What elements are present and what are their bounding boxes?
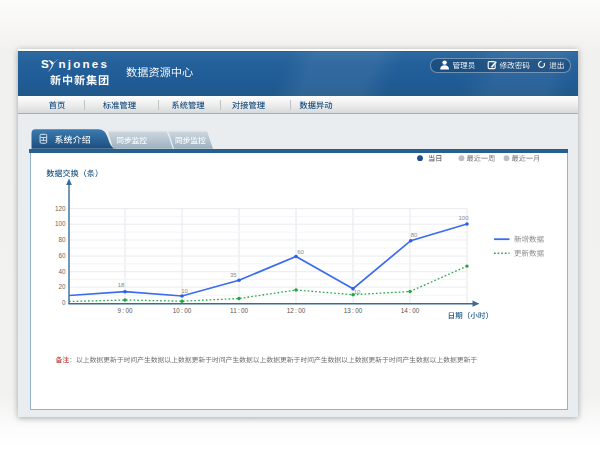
- svg-text:14 : 00: 14 : 00: [401, 307, 420, 314]
- svg-text:40: 40: [58, 268, 66, 275]
- svg-text:9 : 00: 9 : 00: [118, 307, 133, 314]
- svg-text:njones: njones: [59, 57, 110, 70]
- svg-text:13 : 00: 13 : 00: [344, 307, 363, 314]
- svg-text:60: 60: [58, 252, 66, 259]
- svg-text:80: 80: [58, 236, 66, 243]
- svg-text:11 : 00: 11 : 00: [230, 307, 248, 314]
- svg-text:80: 80: [411, 232, 418, 238]
- svg-text:35: 35: [230, 272, 237, 278]
- svg-text:S: S: [41, 57, 51, 70]
- svg-text:10: 10: [354, 289, 361, 295]
- svg-text:120: 120: [55, 205, 66, 212]
- svg-text:100: 100: [55, 220, 66, 227]
- svg-text:0: 0: [62, 299, 66, 306]
- svg-text:10 : 00: 10 : 00: [173, 307, 192, 314]
- svg-text:20: 20: [58, 283, 66, 290]
- svg-text:100: 100: [458, 215, 469, 221]
- svg-text:10: 10: [181, 288, 188, 294]
- svg-text:12 : 00: 12 : 00: [287, 307, 306, 314]
- svg-text:18: 18: [118, 282, 125, 288]
- svg-text:60: 60: [297, 249, 304, 255]
